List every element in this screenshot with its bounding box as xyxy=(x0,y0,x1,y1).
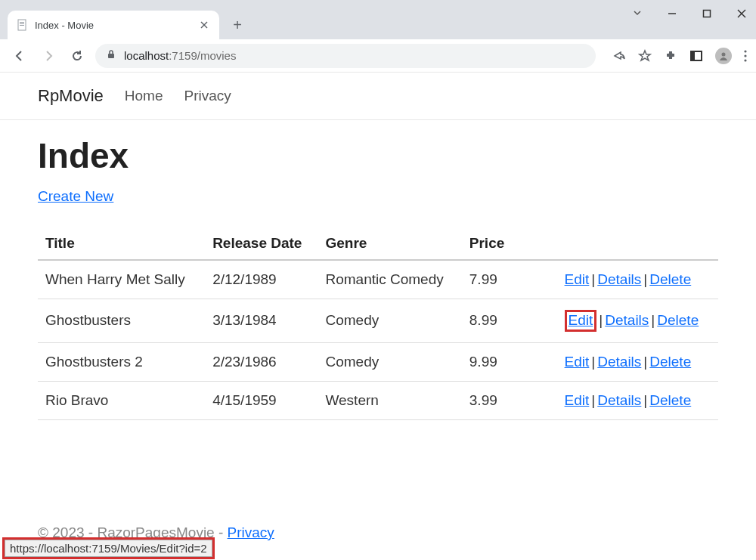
page: RpMovie Home Privacy Index Create New Ti… xyxy=(0,73,756,420)
tab-title: Index - Movie xyxy=(35,20,198,31)
minimize-icon[interactable] xyxy=(665,8,679,21)
details-link[interactable]: Details xyxy=(605,312,649,328)
svg-point-17 xyxy=(744,59,746,61)
cell-price: 3.99 xyxy=(462,381,557,419)
address-bar: localhost:7159/movies xyxy=(0,39,756,73)
browser-tab[interactable]: Index - Movie xyxy=(8,11,219,39)
cell-date: 4/15/1959 xyxy=(205,381,318,419)
extensions-icon[interactable] xyxy=(664,49,677,63)
cell-date: 2/23/1986 xyxy=(205,342,318,381)
new-tab-button[interactable]: + xyxy=(227,14,248,36)
cell-actions: Edit|Details|Delete xyxy=(557,342,718,381)
col-release-date: Release Date xyxy=(205,227,318,260)
lock-icon xyxy=(106,49,116,62)
highlight-edit: Edit xyxy=(565,310,597,332)
svg-rect-13 xyxy=(691,51,695,60)
svg-rect-7 xyxy=(704,11,711,17)
page-title: Index xyxy=(38,135,718,176)
cell-price: 8.99 xyxy=(462,299,557,343)
col-genre: Genre xyxy=(318,227,461,260)
tab-favicon xyxy=(17,19,29,31)
footer-privacy-link[interactable]: Privacy xyxy=(228,524,274,540)
sidebar-icon[interactable] xyxy=(689,49,703,63)
cell-actions: Edit|Details|Delete xyxy=(557,260,718,299)
site-navbar: RpMovie Home Privacy xyxy=(0,73,756,120)
table-row: When Harry Met Sally 2/12/1989 Romantic … xyxy=(38,260,718,299)
col-actions xyxy=(557,227,718,260)
brand[interactable]: RpMovie xyxy=(38,86,104,106)
back-button[interactable] xyxy=(9,45,30,67)
cell-price: 7.99 xyxy=(462,260,557,299)
svg-rect-10 xyxy=(108,54,114,58)
cell-genre: Romantic Comedy xyxy=(318,260,461,299)
kebab-menu-icon[interactable] xyxy=(744,50,747,62)
tab-close-icon[interactable] xyxy=(198,19,210,31)
svg-point-14 xyxy=(722,52,726,56)
cell-genre: Western xyxy=(318,381,461,419)
svg-rect-3 xyxy=(20,25,24,26)
close-icon[interactable] xyxy=(735,8,748,21)
cell-genre: Comedy xyxy=(318,342,461,381)
cell-title: Ghostbusters xyxy=(38,299,205,343)
create-new-link[interactable]: Create New xyxy=(38,188,113,204)
window-controls xyxy=(631,8,748,21)
edit-link[interactable]: Edit xyxy=(569,312,593,328)
content: Index Create New Title Release Date Genr… xyxy=(0,120,756,420)
footer-text: © 2023 - RazorPagesMovie - xyxy=(38,524,228,540)
movies-table: Title Release Date Genre Price When Harr… xyxy=(38,227,718,420)
nav-home[interactable]: Home xyxy=(125,88,163,104)
cell-price: 9.99 xyxy=(462,342,557,381)
caret-down-icon[interactable] xyxy=(631,8,644,21)
cell-title: Ghostbusters 2 xyxy=(38,342,205,381)
url-text: localhost:7159/movies xyxy=(124,49,236,62)
url-bar[interactable]: localhost:7159/movies xyxy=(95,44,596,68)
table-row: Rio Bravo 4/15/1959 Western 3.99 Edit|De… xyxy=(38,381,718,419)
cell-genre: Comedy xyxy=(318,299,461,343)
cell-title: Rio Bravo xyxy=(38,381,205,419)
svg-rect-1 xyxy=(20,22,24,23)
svg-point-15 xyxy=(744,50,746,52)
profile-avatar[interactable] xyxy=(715,48,732,64)
table-row: Ghostbusters 2 2/23/1986 Comedy 9.99 Edi… xyxy=(38,342,718,381)
browser-tab-strip: Index - Movie + xyxy=(0,0,756,39)
delete-link[interactable]: Delete xyxy=(649,354,691,370)
nav-privacy[interactable]: Privacy xyxy=(184,88,231,104)
svg-marker-11 xyxy=(640,51,650,60)
details-link[interactable]: Details xyxy=(597,392,641,408)
toolbar-right xyxy=(612,48,747,64)
cell-actions: Edit|Details|Delete xyxy=(557,381,718,419)
table-row: Ghostbusters 3/13/1984 Comedy 8.99 Edit|… xyxy=(38,299,718,343)
delete-link[interactable]: Delete xyxy=(649,271,691,287)
share-icon[interactable] xyxy=(612,49,626,63)
footer: © 2023 - RazorPagesMovie - Privacy xyxy=(38,524,274,541)
reload-button[interactable] xyxy=(67,45,88,67)
status-bar: https://localhost:7159/Movies/Edit?id=2 xyxy=(5,540,212,557)
col-price: Price xyxy=(462,227,557,260)
cell-date: 3/13/1984 xyxy=(205,299,318,343)
col-title: Title xyxy=(38,227,205,260)
cell-actions: Edit|Details|Delete xyxy=(557,299,718,343)
svg-point-16 xyxy=(744,54,746,57)
forward-button[interactable] xyxy=(38,45,59,67)
star-icon[interactable] xyxy=(638,49,652,63)
cell-title: When Harry Met Sally xyxy=(38,260,205,299)
edit-link[interactable]: Edit xyxy=(565,354,590,370)
details-link[interactable]: Details xyxy=(597,271,641,287)
delete-link[interactable]: Delete xyxy=(657,312,699,328)
svg-rect-2 xyxy=(20,23,24,24)
edit-link[interactable]: Edit xyxy=(565,392,590,408)
delete-link[interactable]: Delete xyxy=(649,392,691,408)
cell-date: 2/12/1989 xyxy=(205,260,318,299)
edit-link[interactable]: Edit xyxy=(565,271,590,287)
details-link[interactable]: Details xyxy=(597,354,641,370)
maximize-icon[interactable] xyxy=(700,8,714,21)
